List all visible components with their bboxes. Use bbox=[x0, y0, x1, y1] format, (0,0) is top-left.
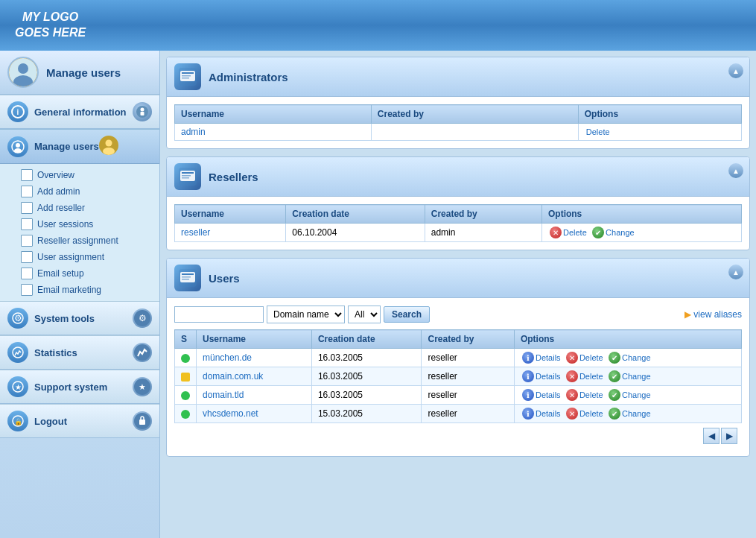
table-row: münchen.de 16.03.2005 reseller ℹDetails … bbox=[175, 349, 742, 367]
resellers-panel-body: Username Creation date Created by Option… bbox=[167, 197, 749, 250]
status-green-icon bbox=[181, 410, 190, 419]
sidebar: Manage users i General information Manag… bbox=[0, 51, 160, 538]
admin-delete-btn[interactable]: Delete bbox=[586, 127, 610, 136]
reseller-col-creation-date: Creation date bbox=[286, 205, 425, 224]
administrators-panel-header: Administrators ▲ bbox=[167, 57, 749, 97]
user-status-1 bbox=[175, 367, 197, 386]
sidebar-item-manage-users-label: Manage users bbox=[34, 141, 99, 152]
svg-point-13 bbox=[103, 148, 115, 155]
next-page-btn[interactable]: ▶ bbox=[721, 428, 737, 444]
sidebar-nav-add-admin[interactable]: Add admin bbox=[0, 183, 159, 200]
reseller-username: reseller bbox=[175, 224, 286, 242]
administrators-collapse-btn[interactable]: ▲ bbox=[728, 63, 743, 78]
sidebar-nav-email-marketing[interactable]: Email marketing bbox=[0, 282, 159, 298]
search-input[interactable] bbox=[174, 306, 264, 323]
admin-username-link[interactable]: admin bbox=[181, 127, 206, 137]
sidebar-item-statistics-label: Statistics bbox=[34, 347, 77, 358]
svg-text:🔒: 🔒 bbox=[14, 417, 23, 426]
user-details-btn-0[interactable]: ℹDetails bbox=[522, 352, 561, 364]
svg-point-1 bbox=[18, 63, 28, 74]
support-system-icon: ★ bbox=[7, 376, 28, 397]
user-username-1: domain.com.uk bbox=[197, 367, 312, 386]
domain-filter-select[interactable]: Domain name bbox=[267, 306, 345, 323]
change-icon: ✔ bbox=[592, 227, 604, 238]
sidebar-nav-add-reseller[interactable]: Add reseller bbox=[0, 200, 159, 216]
sidebar-nav-email-setup[interactable]: Email setup bbox=[0, 265, 159, 282]
general-information-end-icon bbox=[133, 102, 152, 121]
user-delete-btn-1[interactable]: ✕Delete bbox=[566, 370, 603, 382]
svg-point-12 bbox=[105, 140, 112, 147]
svg-text:★: ★ bbox=[139, 382, 146, 391]
reseller-delete-btn[interactable]: ✕Delete bbox=[550, 227, 587, 238]
sidebar-item-system-tools[interactable]: ⚙ System tools ⚙ bbox=[0, 301, 159, 335]
sidebar-nav-reseller-assignment[interactable]: Reseller assignment bbox=[0, 232, 159, 249]
avatar bbox=[7, 57, 39, 88]
user-delete-btn-2[interactable]: ✕Delete bbox=[566, 389, 603, 401]
user-creation-date-1: 16.03.2005 bbox=[311, 367, 422, 386]
table-row: domain.tld 16.03.2005 reseller ℹDetails … bbox=[175, 386, 742, 405]
delete-icon: ✕ bbox=[566, 389, 578, 401]
svg-point-9 bbox=[16, 143, 20, 148]
search-button[interactable]: Search bbox=[384, 306, 430, 323]
sidebar-item-support-system[interactable]: ★ Support system ★ bbox=[0, 370, 159, 404]
sidebar-item-statistics[interactable]: Statistics bbox=[0, 335, 159, 370]
svg-point-6 bbox=[141, 108, 144, 112]
view-aliases-link[interactable]: view aliases bbox=[684, 309, 742, 320]
svg-point-10 bbox=[14, 148, 22, 153]
delete-icon: ✕ bbox=[566, 370, 578, 382]
sidebar-item-general-information[interactable]: i General information bbox=[0, 95, 159, 129]
user-change-btn-1[interactable]: ✔Change bbox=[609, 370, 651, 382]
user-created-by-3: reseller bbox=[422, 405, 514, 423]
status-yellow-icon bbox=[181, 373, 190, 382]
prev-page-btn[interactable]: ◀ bbox=[703, 428, 720, 444]
sidebar-item-logout[interactable]: 🔒 Logout bbox=[0, 404, 159, 438]
sidebar-nav-user-sessions[interactable]: User sessions bbox=[0, 216, 159, 232]
user-creation-date-0: 16.03.2005 bbox=[311, 349, 422, 367]
scope-select[interactable]: All bbox=[348, 306, 381, 323]
svg-rect-35 bbox=[182, 172, 194, 174]
users-search-bar: Domain name All Search view aliases bbox=[174, 306, 742, 323]
sidebar-item-logout-label: Logout bbox=[34, 416, 67, 427]
svg-rect-37 bbox=[182, 177, 189, 179]
users-table: S Username Creation date Created by Opti… bbox=[174, 329, 742, 423]
user-username-0: münchen.de bbox=[197, 349, 312, 367]
reseller-change-btn[interactable]: ✔Change bbox=[592, 227, 635, 238]
resellers-collapse-btn[interactable]: ▲ bbox=[728, 163, 743, 178]
admin-created-by bbox=[371, 124, 578, 141]
sidebar-nav-overview[interactable]: Overview bbox=[0, 167, 159, 183]
sidebar-nav-user-assignment[interactable]: User assignment bbox=[0, 249, 159, 265]
reseller-username-link[interactable]: reseller bbox=[181, 227, 210, 238]
system-tools-end-icon: ⚙ bbox=[133, 308, 152, 328]
table-row: reseller 06.10.2004 admin ✕Delete ✔Chang… bbox=[175, 224, 742, 242]
user-details-btn-3[interactable]: ℹDetails bbox=[522, 408, 561, 420]
pagination: ◀ ▶ bbox=[174, 423, 742, 449]
user-status-3 bbox=[175, 405, 197, 423]
user-change-btn-2[interactable]: ✔Change bbox=[609, 389, 651, 401]
user-change-btn-3[interactable]: ✔Change bbox=[609, 408, 651, 420]
user-details-btn-1[interactable]: ℹDetails bbox=[522, 370, 561, 382]
details-icon: ℹ bbox=[522, 370, 534, 382]
sidebar-item-support-system-label: Support system bbox=[34, 382, 107, 393]
user-created-by-0: reseller bbox=[422, 349, 514, 367]
user-delete-btn-3[interactable]: ✕Delete bbox=[566, 408, 603, 420]
user-link-0[interactable]: münchen.de bbox=[203, 352, 252, 363]
delete-icon: ✕ bbox=[550, 227, 562, 238]
support-system-end-icon: ★ bbox=[133, 377, 152, 396]
change-icon: ✔ bbox=[609, 389, 620, 401]
sidebar-item-system-tools-label: System tools bbox=[34, 313, 95, 324]
user-details-btn-2[interactable]: ℹDetails bbox=[522, 389, 561, 401]
user-link-2[interactable]: domain.tld bbox=[203, 390, 244, 400]
users-collapse-btn[interactable]: ▲ bbox=[728, 265, 743, 279]
user-created-by-1: reseller bbox=[422, 367, 514, 386]
user-delete-btn-0[interactable]: ✕Delete bbox=[566, 352, 603, 364]
user-change-btn-0[interactable]: ✔Change bbox=[609, 352, 651, 364]
svg-rect-41 bbox=[182, 276, 191, 278]
user-link-3[interactable]: vhcsdemo.net bbox=[203, 408, 258, 419]
svg-text:★: ★ bbox=[15, 383, 22, 391]
admin-username: admin bbox=[175, 124, 372, 141]
sidebar-item-manage-users[interactable]: Manage users bbox=[0, 129, 159, 164]
logo-line1: MY LOGO bbox=[22, 10, 78, 23]
logout-icon: 🔒 bbox=[7, 411, 28, 431]
user-link-1[interactable]: domain.com.uk bbox=[203, 371, 263, 382]
change-icon: ✔ bbox=[609, 370, 620, 382]
